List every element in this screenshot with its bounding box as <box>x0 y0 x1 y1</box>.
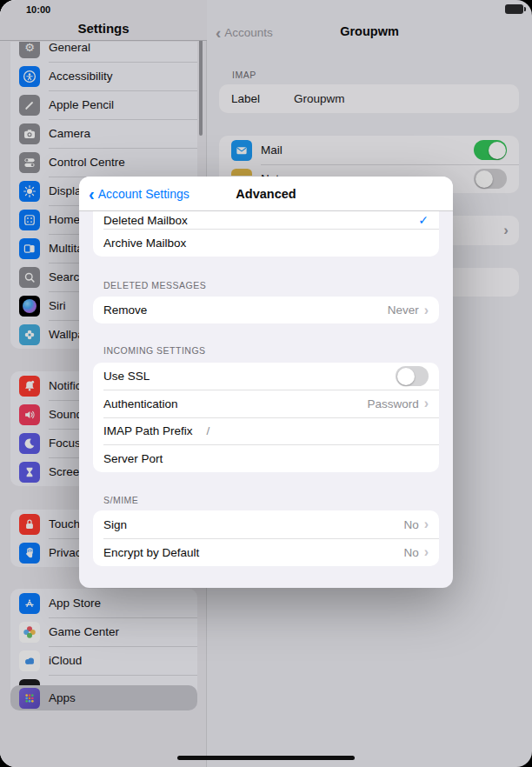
remove-row[interactable]: Remove Never › <box>93 297 439 323</box>
row-label: Remove <box>103 303 147 317</box>
modal-header: ‹ Account Settings Advanced <box>79 177 453 211</box>
row-value: Never <box>388 303 419 317</box>
use-ssl-toggle[interactable] <box>396 366 429 386</box>
row-label: IMAP Path Prefix <box>103 424 193 437</box>
row-value: No <box>403 518 418 531</box>
encrypt-by-default-row[interactable]: Encrypt by Default No › <box>93 538 439 566</box>
row-value: Password <box>367 397 418 410</box>
back-label: Account Settings <box>98 187 190 201</box>
section-header-deleted-messages: DELETED MESSAGES <box>103 280 206 290</box>
row-label: Authentication <box>103 397 178 410</box>
deleted-messages-card: Remove Never › <box>93 297 439 323</box>
home-indicator[interactable] <box>177 756 355 760</box>
chevron-right-icon: › <box>424 545 429 559</box>
back-button-account-settings[interactable]: ‹ Account Settings <box>89 177 190 210</box>
ipad-settings-screen: 10:00 Settings ⚙ General Accessibility <box>0 0 532 767</box>
modal-title: Advanced <box>236 187 296 201</box>
authentication-row[interactable]: Authentication Password › <box>93 390 439 417</box>
section-header-incoming-settings: INCOMING SETTINGS <box>103 345 206 356</box>
row-label: Deleted Mailbox <box>103 214 188 227</box>
use-ssl-row: Use SSL <box>93 363 439 390</box>
incoming-settings-card: Use SSL Authentication Password › IMAP P… <box>93 363 439 472</box>
row-label: Encrypt by Default <box>103 546 199 559</box>
server-port-row[interactable]: Server Port <box>93 444 439 472</box>
imap-path-prefix-row[interactable]: IMAP Path Prefix / <box>93 417 439 444</box>
row-label: Server Port <box>103 452 163 465</box>
mailbox-card: Deleted Mailbox ✓ Archive Mailbox <box>93 211 439 257</box>
chevron-right-icon: › <box>424 303 429 317</box>
checkmark-icon: ✓ <box>418 213 429 227</box>
row-label: Sign <box>103 518 127 531</box>
deleted-mailbox-row[interactable]: Deleted Mailbox ✓ <box>93 211 439 229</box>
sign-row[interactable]: Sign No › <box>93 510 439 538</box>
row-label: Use SSL <box>103 370 150 383</box>
section-header-smime: S/MIME <box>103 495 138 505</box>
chevron-right-icon: › <box>424 397 429 410</box>
row-value: No <box>403 546 418 559</box>
row-label: Archive Mailbox <box>103 237 186 250</box>
advanced-settings-modal: ‹ Account Settings Advanced Deleted Mail… <box>79 177 453 588</box>
archive-mailbox-row[interactable]: Archive Mailbox <box>93 229 439 257</box>
chevron-left-icon: ‹ <box>89 188 95 200</box>
imap-path-prefix-value[interactable]: / <box>207 424 210 437</box>
chevron-right-icon: › <box>424 517 429 531</box>
smime-card: Sign No › Encrypt by Default No › <box>93 510 439 566</box>
